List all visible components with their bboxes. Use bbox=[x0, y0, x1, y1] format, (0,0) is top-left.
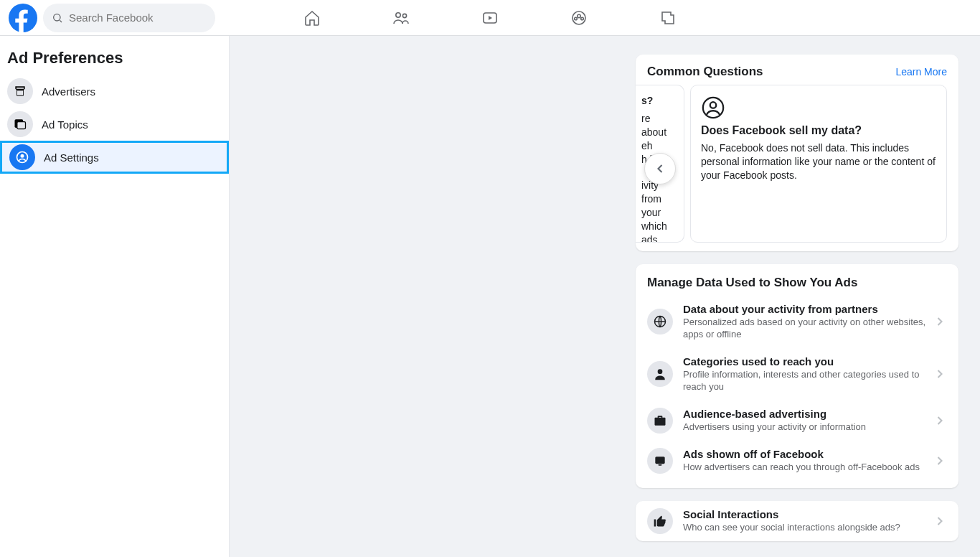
search-icon bbox=[52, 12, 63, 24]
partial-title: s? bbox=[641, 94, 678, 108]
svg-rect-18 bbox=[655, 457, 664, 464]
search-input[interactable] bbox=[69, 11, 198, 24]
question-body: No, Facebook does not sell data. This in… bbox=[701, 141, 936, 182]
svg-rect-11 bbox=[17, 122, 26, 129]
svg-point-13 bbox=[21, 154, 24, 158]
svg-line-2 bbox=[60, 20, 62, 22]
row-audience-advertising[interactable]: Audience-based advertising Advertisers u… bbox=[636, 401, 958, 441]
svg-point-3 bbox=[396, 12, 400, 17]
top-header bbox=[0, 0, 980, 36]
gaming-icon[interactable] bbox=[659, 9, 677, 27]
svg-point-15 bbox=[710, 102, 717, 108]
svg-point-9 bbox=[581, 17, 584, 20]
question-title: Does Facebook sell my data? bbox=[701, 124, 936, 137]
nav-center bbox=[303, 9, 677, 27]
sidebar-title: Ad Preferences bbox=[0, 36, 229, 75]
svg-point-7 bbox=[578, 14, 580, 17]
sidebar-item-advertisers[interactable]: Advertisers bbox=[0, 75, 229, 108]
carousel-prev-button[interactable] bbox=[644, 153, 676, 184]
row-title: Categories used to reach you bbox=[683, 355, 927, 368]
svg-point-4 bbox=[402, 14, 406, 17]
thumbs-up-icon bbox=[647, 508, 673, 534]
row-title: Audience-based advertising bbox=[683, 408, 927, 420]
row-title: Ads shown off of Facebook bbox=[683, 448, 927, 460]
chevron-right-icon bbox=[933, 314, 947, 329]
sidebar-item-label: Ad Topics bbox=[42, 118, 88, 131]
row-subtitle: Who can see your social interactions alo… bbox=[683, 522, 927, 534]
friends-icon[interactable] bbox=[392, 9, 410, 27]
svg-rect-19 bbox=[659, 464, 662, 466]
partial-text: eh bbox=[641, 139, 678, 153]
chevron-right-icon bbox=[933, 454, 947, 468]
manage-data-card: Manage Data Used to Show You Ads Data ab… bbox=[636, 264, 958, 488]
svg-point-17 bbox=[658, 370, 663, 375]
question-card[interactable]: Does Facebook sell my data? No, Facebook… bbox=[690, 85, 947, 243]
common-questions-card: Common Questions Learn More s? re about … bbox=[636, 55, 958, 251]
row-social-interactions[interactable]: Social Interactions Who can see your soc… bbox=[636, 501, 958, 541]
sidebar-item-label: Ad Settings bbox=[44, 151, 99, 164]
groups-icon[interactable] bbox=[570, 9, 588, 27]
common-questions-title: Common Questions bbox=[647, 65, 763, 79]
chevron-left-icon bbox=[653, 162, 667, 176]
row-categories[interactable]: Categories used to reach you Profile inf… bbox=[636, 348, 958, 401]
profile-icon bbox=[701, 95, 725, 120]
device-icon bbox=[647, 448, 673, 474]
home-icon[interactable] bbox=[303, 9, 321, 27]
row-activity-partners[interactable]: Data about your activity from partners P… bbox=[636, 296, 958, 348]
row-subtitle: Profile information, interests and other… bbox=[683, 369, 927, 393]
chevron-right-icon bbox=[933, 413, 947, 428]
sidebar-item-ad-topics[interactable]: Ad Topics bbox=[0, 108, 229, 141]
partial-text: your bbox=[641, 206, 678, 220]
briefcase-icon bbox=[647, 408, 673, 434]
chevron-right-icon bbox=[933, 367, 947, 381]
row-title: Data about your activity from partners bbox=[683, 303, 927, 315]
row-subtitle: Advertisers using your activity or infor… bbox=[683, 421, 927, 434]
main-content: Common Questions Learn More s? re about … bbox=[230, 36, 980, 557]
ad-settings-icon bbox=[9, 144, 35, 170]
search-box[interactable] bbox=[43, 4, 215, 32]
watch-icon[interactable] bbox=[481, 9, 499, 27]
partial-text: which ads bbox=[641, 220, 678, 243]
partial-text: re about bbox=[641, 112, 678, 139]
svg-point-1 bbox=[54, 14, 60, 20]
sidebar-item-ad-settings[interactable]: Ad Settings bbox=[0, 141, 229, 174]
row-subtitle: How advertisers can reach you through of… bbox=[683, 462, 927, 474]
svg-point-8 bbox=[575, 17, 578, 20]
chevron-right-icon bbox=[933, 514, 947, 528]
topics-icon bbox=[7, 111, 33, 137]
sidebar: Ad Preferences Advertisers Ad Topics Ad … bbox=[0, 36, 230, 557]
store-icon bbox=[7, 78, 33, 104]
globe-icon bbox=[647, 309, 673, 334]
learn-more-link[interactable]: Learn More bbox=[895, 66, 947, 78]
social-interactions-card: Social Interactions Who can see your soc… bbox=[636, 501, 958, 541]
facebook-logo[interactable] bbox=[9, 4, 37, 32]
row-ads-off-facebook[interactable]: Ads shown off of Facebook How advertiser… bbox=[636, 441, 958, 481]
sidebar-item-label: Advertisers bbox=[42, 85, 95, 98]
row-subtitle: Personalized ads based on your activity … bbox=[683, 317, 927, 341]
row-title: Social Interactions bbox=[683, 508, 927, 520]
manage-data-title: Manage Data Used to Show You Ads bbox=[636, 264, 958, 296]
person-icon bbox=[647, 361, 673, 387]
